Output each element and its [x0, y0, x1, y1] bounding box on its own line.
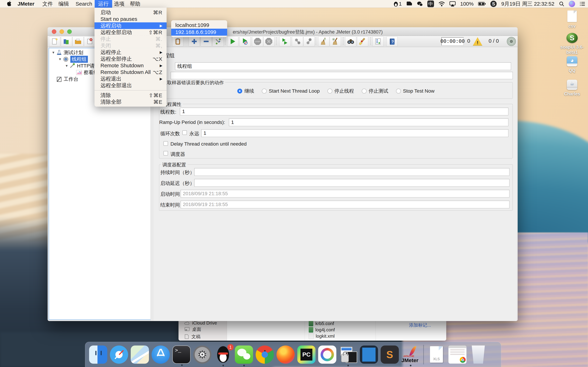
templates-button[interactable]: [61, 36, 72, 47]
submenu-item-remote-host[interactable]: 192.168.6.6:1099: [171, 29, 227, 36]
sidebar-item-desktop[interactable]: 桌面: [179, 325, 227, 333]
app-menu[interactable]: JMeter: [17, 0, 35, 8]
file-row[interactable]: logkit.xml: [305, 333, 376, 339]
dock-system-preferences-icon[interactable]: ⚙: [193, 345, 211, 364]
add-button[interactable]: [189, 36, 200, 47]
menu-edit[interactable]: 编辑: [59, 0, 69, 8]
menu-file[interactable]: 文件: [42, 0, 53, 8]
dock-firefox-icon[interactable]: [277, 345, 295, 364]
remote-indicator-icon[interactable]: [507, 37, 516, 46]
paste-button[interactable]: [172, 36, 183, 47]
dock-pycharm-icon[interactable]: PC: [297, 345, 316, 364]
radio-stop-test-now[interactable]: Stop Test Now: [396, 88, 434, 94]
apple-menu[interactable]: [7, 0, 12, 8]
sidebar-item-icloud[interactable]: iCloud Drive: [179, 320, 227, 325]
radio-stop-thread[interactable]: 停止线程: [328, 88, 354, 94]
menu-item-start[interactable]: 启动⌘R: [95, 9, 167, 16]
duration-input[interactable]: [194, 168, 510, 176]
delay-thread-checkbox[interactable]: [164, 141, 168, 146]
dock-navicat-icon[interactable]: [318, 345, 336, 364]
radio-dot[interactable]: [396, 89, 401, 93]
zoom-button[interactable]: [67, 29, 72, 34]
menu-run[interactable]: 运行: [95, 0, 112, 8]
dock-minimized-window-icon[interactable]: [448, 345, 467, 364]
remote-stop-all-button[interactable]: [292, 36, 303, 47]
menubar-clock[interactable]: 9月19日 周三 22:32:52: [501, 0, 554, 8]
radio-dot[interactable]: [262, 89, 267, 93]
menu-item-clear-all[interactable]: 清除全部⌘E: [95, 99, 167, 105]
qq-status-icon[interactable]: 1: [394, 1, 402, 7]
menu-item-remote-shutdown[interactable]: Remote Shutdown▶: [95, 62, 167, 69]
radio-dot[interactable]: [362, 89, 367, 93]
file-row[interactable]: krb5.conf: [305, 320, 376, 327]
search-button[interactable]: [345, 36, 356, 47]
threads-input[interactable]: 1: [180, 108, 508, 115]
menu-item-remote-start[interactable]: 远程启动▶: [95, 22, 167, 29]
dock-wechat-icon[interactable]: [235, 345, 253, 364]
name-input[interactable]: 线程组: [175, 62, 511, 70]
forever-checkbox[interactable]: [182, 130, 187, 135]
sidebar-item-documents[interactable]: 文稿: [179, 333, 227, 340]
end-time-input[interactable]: 2018/09/19 21:18:55: [181, 201, 510, 208]
disclosure-triangle[interactable]: ▼: [57, 57, 63, 61]
rampup-input[interactable]: 1: [229, 118, 508, 126]
function-helper-button[interactable]: [372, 36, 384, 47]
wechat-status-icon[interactable]: [417, 1, 423, 7]
dock-xls-file-icon[interactable]: XLS: [428, 345, 446, 364]
desktop-icon-soapui[interactable]: S soapUI 3.6-beta1: [559, 33, 585, 55]
add-tags-link[interactable]: 添加标记...: [409, 322, 431, 328]
startup-delay-input[interactable]: [194, 179, 510, 187]
start-no-pauses-button[interactable]: [239, 36, 251, 47]
desktop-icon-csv[interactable]: csv: [559, 10, 585, 29]
stop-button[interactable]: STOP: [252, 36, 263, 47]
menu-item-remote-exit[interactable]: 远程退出▶: [95, 75, 167, 82]
menu-search[interactable]: Search: [76, 0, 92, 8]
dock-qq-icon[interactable]: 1: [214, 345, 232, 364]
desktop-icon-charles[interactable]: ☕ Charles: [559, 80, 585, 96]
radio-stop-test[interactable]: 停止测试: [362, 88, 388, 94]
disclosure-triangle[interactable]: ▼: [64, 64, 69, 68]
scheduler-checkbox[interactable]: [164, 151, 168, 156]
menu-item-remote-stop[interactable]: 远程停止▶: [95, 49, 167, 56]
new-testplan-button[interactable]: [49, 36, 60, 47]
dock-appstore-icon[interactable]: [152, 345, 170, 364]
minimize-button[interactable]: [60, 29, 64, 34]
close-file-button[interactable]: [84, 36, 95, 47]
search-reset-button[interactable]: [357, 36, 368, 47]
dock-maps-icon[interactable]: [131, 345, 149, 364]
clear-button[interactable]: [318, 36, 329, 47]
input-method-icon[interactable]: 中: [427, 0, 434, 7]
dock-finder-icon[interactable]: [89, 345, 107, 364]
shutdown-button[interactable]: [263, 36, 274, 47]
disclosure-triangle[interactable]: ▼: [51, 51, 56, 55]
notification-list-icon[interactable]: [579, 1, 585, 6]
spotlight-search-icon[interactable]: [559, 1, 564, 7]
radio-dot[interactable]: [328, 89, 332, 93]
open-button[interactable]: [72, 36, 84, 47]
dock-vscode-icon[interactable]: [360, 345, 378, 364]
sogou-status-icon[interactable]: S: [490, 1, 497, 7]
clear-all-button[interactable]: [330, 36, 341, 47]
dock-safari-icon[interactable]: [110, 345, 128, 364]
dock-securecrt-icon[interactable]: [339, 345, 357, 364]
remote-start-all-button[interactable]: [279, 36, 291, 47]
loop-count-input[interactable]: 1: [201, 129, 508, 137]
radio-start-next-loop[interactable]: Start Next Thread Loop: [262, 88, 320, 94]
warning-icon[interactable]: !: [473, 37, 482, 46]
menu-item-clear[interactable]: 清除⇧⌘E: [95, 92, 167, 99]
radio-continue[interactable]: 继续: [237, 88, 254, 94]
dock-chrome-icon[interactable]: [256, 345, 274, 364]
menu-item-remote-shutdown-all[interactable]: Remote Shutdown All⌥Z: [95, 69, 167, 75]
file-row[interactable]: log4j.conf: [305, 327, 376, 333]
remove-button[interactable]: [200, 36, 212, 47]
airplay-icon[interactable]: [450, 1, 456, 7]
menu-item-remote-start-all[interactable]: 远程全部启动⇧⌘R: [95, 29, 167, 36]
menu-item-remote-stop-all[interactable]: 远程全部停止⌥X: [95, 56, 167, 62]
help-button[interactable]: ?: [386, 36, 398, 47]
menu-help[interactable]: 帮助: [130, 0, 140, 8]
start-button[interactable]: [227, 36, 238, 47]
dock-terminal-icon[interactable]: >_: [172, 345, 190, 364]
siri-icon[interactable]: [569, 1, 575, 7]
menu-item-remote-exit-all[interactable]: 远程全部退出: [95, 82, 167, 89]
radio-dot[interactable]: [237, 89, 242, 93]
